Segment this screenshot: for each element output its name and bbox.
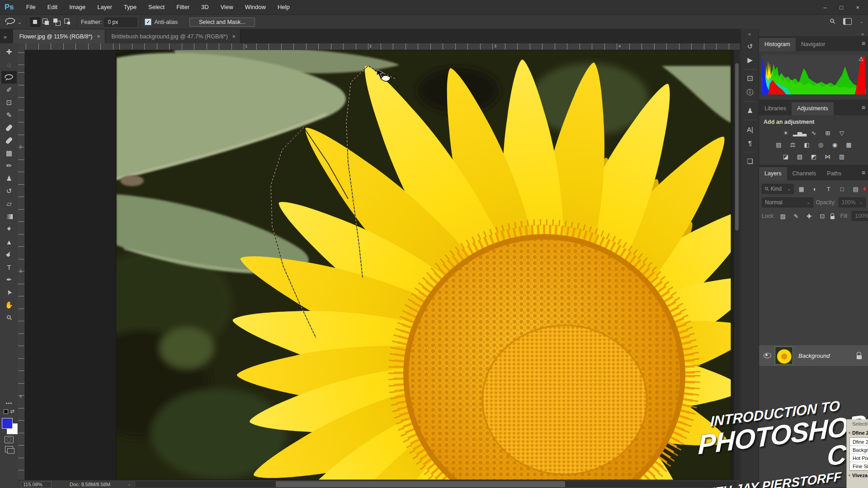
tab-histogram[interactable]: Histogram xyxy=(759,38,796,51)
healing-brush-tool[interactable] xyxy=(1,134,17,147)
lock-position-icon[interactable]: ✚ xyxy=(804,212,814,220)
tab-channels[interactable]: Channels xyxy=(787,167,822,180)
lock-artboard-icon[interactable]: ⊡ xyxy=(817,212,827,220)
vertical-scrollbar-thumb[interactable] xyxy=(735,63,739,230)
feather-input[interactable]: 0 px xyxy=(104,18,137,27)
smudge-tool[interactable]: ☛ xyxy=(1,248,17,261)
edit-toolbar-icon[interactable]: ••• xyxy=(6,400,13,406)
menu-edit[interactable]: Edit xyxy=(42,0,63,14)
intersect-selection-button[interactable] xyxy=(62,17,73,27)
adj-hue-saturation-icon[interactable]: ▤ xyxy=(774,141,784,149)
3d-panel-icon[interactable]: ⚀ xyxy=(742,72,758,85)
clone-source-panel-icon[interactable]: ♟ xyxy=(742,104,758,117)
sharpen-tool[interactable]: ▲ xyxy=(1,235,17,248)
tab-libraries[interactable]: Libraries xyxy=(759,102,792,115)
zoom-level-field[interactable]: 115.08% xyxy=(21,481,52,488)
layer-name[interactable]: Background xyxy=(798,352,830,359)
swap-colors-icon[interactable]: ⇄ xyxy=(10,408,14,414)
tab-paths[interactable]: Paths xyxy=(821,167,847,180)
adj-invert-icon[interactable]: ◪ xyxy=(781,153,791,160)
adj-exposure-icon[interactable]: ⊞ xyxy=(823,129,833,137)
marquee-tool[interactable]: ◌ xyxy=(1,58,17,71)
blur-tool[interactable]: ♠ xyxy=(1,223,17,235)
select-and-mask-button[interactable]: Select and Mask... xyxy=(189,18,255,27)
paragraph-panel-icon[interactable]: ¶ xyxy=(742,136,758,150)
tab-close-icon[interactable]: × xyxy=(97,33,100,40)
popup-item-0[interactable]: Dfine 2 xyxy=(850,438,868,446)
tab-layers[interactable]: Layers xyxy=(759,167,787,180)
layer-thumbnail[interactable] xyxy=(775,347,793,365)
info-panel-icon[interactable]: ⓘ xyxy=(742,85,758,99)
type-tool[interactable]: T xyxy=(1,261,17,273)
quick-selection-tool[interactable]: ✐ xyxy=(1,84,17,96)
menu-3d[interactable]: 3D xyxy=(195,0,215,14)
filter-adjustment-layers-icon[interactable]: ◐ xyxy=(810,185,820,193)
patch-tool[interactable]: ▩ xyxy=(1,147,17,160)
photo-flower[interactable] xyxy=(24,50,740,480)
menu-help[interactable]: Help xyxy=(272,0,296,14)
workspace-icon[interactable] xyxy=(843,18,852,25)
tool-preset-caret[interactable]: ⌄ xyxy=(17,19,22,25)
filter-pixel-layers-icon[interactable]: ▦ xyxy=(797,185,807,193)
menu-filter[interactable]: Filter xyxy=(170,0,195,14)
tab-flower[interactable]: Flower.jpg @ 115% (RGB/8*) × xyxy=(13,29,105,43)
fill-value[interactable]: 100%⌄ xyxy=(852,211,868,221)
lock-all-icon[interactable] xyxy=(830,216,835,219)
subtract-from-selection-button[interactable] xyxy=(52,17,62,27)
lock-transparency-icon[interactable]: ▨ xyxy=(778,212,788,220)
actions-panel-icon[interactable]: ▶ xyxy=(742,53,758,67)
gradient-tool[interactable] xyxy=(1,210,17,223)
adj-brightness-contrast-icon[interactable]: ☀ xyxy=(781,129,791,137)
anti-alias-checkbox[interactable]: ✓ xyxy=(145,19,151,25)
history-brush-tool[interactable]: ↺ xyxy=(1,185,17,197)
minimize-button[interactable]: – xyxy=(820,4,830,11)
menu-window[interactable]: Window xyxy=(239,0,272,14)
menu-image[interactable]: Image xyxy=(63,0,91,14)
histogram-warning-icon[interactable]: ⚠ xyxy=(859,56,864,62)
popup-item-3[interactable]: Fine Stru xyxy=(850,462,868,470)
adj-vibrance-icon[interactable]: ▽ xyxy=(837,129,847,137)
magnetic-lasso-preset-icon[interactable] xyxy=(5,17,16,27)
adj-selective-color-icon[interactable]: ▥ xyxy=(837,153,847,160)
adj-curves-icon[interactable]: ∿ xyxy=(809,129,819,137)
menu-layer[interactable]: Layer xyxy=(91,0,118,14)
magnetic-lasso-tool[interactable] xyxy=(1,71,17,84)
adj-channel-mixer-icon[interactable]: ◉ xyxy=(830,141,840,149)
add-to-selection-button[interactable] xyxy=(41,17,52,27)
move-tool[interactable]: ✚ xyxy=(1,46,17,58)
adj-threshold-icon[interactable]: ◩ xyxy=(809,153,819,160)
horizontal-scrollbar-thumb[interactable] xyxy=(276,481,565,487)
tab-navigator[interactable]: Navigator xyxy=(796,38,831,51)
spot-healing-brush-tool[interactable] xyxy=(1,122,17,134)
new-selection-button[interactable] xyxy=(30,17,41,27)
adj-gradient-map-icon[interactable]: ⋈ xyxy=(823,153,833,160)
layer-filter-kind-dropdown[interactable]: ⚲ Kind ⌄ xyxy=(762,184,794,194)
tab-close-icon[interactable]: × xyxy=(232,33,236,40)
screen-mode-icon[interactable] xyxy=(5,446,13,452)
history-panel-icon[interactable]: ↺ xyxy=(742,40,758,53)
popup-section-dfine[interactable]: ▼Dfine 2 xyxy=(847,428,868,437)
adj-posterize-icon[interactable]: ▨ xyxy=(795,153,805,160)
close-button[interactable]: × xyxy=(853,4,863,11)
popup-item-1[interactable]: Backgrou xyxy=(850,446,868,454)
3d-scene-panel-icon[interactable]: ❏ xyxy=(742,155,758,168)
blend-mode-dropdown[interactable]: Normal⌄ xyxy=(762,197,813,207)
popup-item-2[interactable]: Hot Pixel xyxy=(850,454,868,462)
collapse-panels-chevron[interactable]: « xyxy=(748,31,751,37)
clone-stamp-tool[interactable]: ♟ xyxy=(1,172,17,185)
quick-mask-icon[interactable] xyxy=(5,436,14,443)
pen-tool[interactable]: ✒ xyxy=(1,273,17,286)
toolbar-expand-chevron[interactable]: » xyxy=(4,34,7,40)
tab-adjustments[interactable]: Adjustments xyxy=(792,102,834,115)
brush-tool[interactable]: ✏ xyxy=(1,160,17,172)
eyedropper-tool[interactable]: ✎ xyxy=(1,109,17,122)
layer-row-background[interactable]: Background xyxy=(759,345,868,366)
workspace-caret[interactable]: ⌄ xyxy=(860,19,863,24)
opacity-value[interactable]: 100%⌄ xyxy=(839,197,866,207)
panel-menu-icon[interactable]: ≡ xyxy=(862,40,865,47)
zoom-tool[interactable]: ⚲ xyxy=(1,311,17,324)
crop-tool[interactable]: ⊡ xyxy=(1,96,17,109)
hand-tool[interactable]: ✋ xyxy=(1,299,17,311)
menu-view[interactable]: View xyxy=(215,0,239,14)
character-panel-icon[interactable]: A| xyxy=(742,122,758,136)
